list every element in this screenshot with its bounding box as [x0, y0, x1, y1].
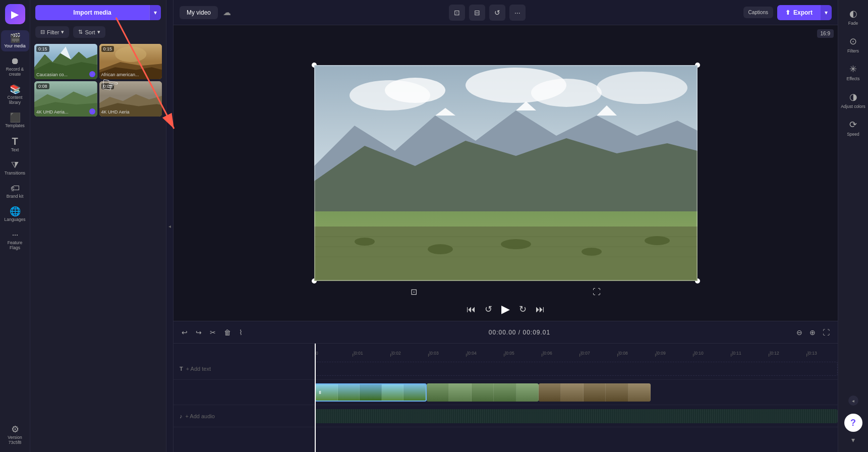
import-group: Import media ▾ — [35, 5, 161, 20]
tick-6: |0:06 — [542, 351, 580, 356]
sidebar-item-text[interactable]: T Text — [1, 133, 29, 155]
import-media-dropdown-button[interactable]: ▾ — [149, 5, 161, 20]
tick-10: |0:10 — [693, 351, 731, 356]
delete-button[interactable]: 🗑 — [222, 326, 233, 338]
cloud-icon: ☁ — [223, 8, 231, 17]
skip-to-end-button[interactable]: ⏭ — [536, 304, 545, 315]
skip-to-start-button[interactable]: ⏮ — [467, 304, 476, 315]
rotate-tool-button[interactable]: ↺ — [489, 5, 505, 21]
filter-dropdown-icon: ▾ — [61, 29, 64, 35]
media-panel: Import media ▾ ⊟ Filter ▾ ⇅ Sort ▾ — [30, 0, 166, 452]
svg-point-36 — [645, 236, 670, 245]
timeline-tracks: T + Add text ⏸ — [173, 358, 838, 452]
thumb-check-icon: ✓ — [89, 71, 95, 77]
svg-point-5 — [115, 46, 146, 62]
left-sidebar: ▶ 🎬 Your media ⏺ Record & create 📚 Conte… — [0, 0, 30, 452]
top-bar: My video ☁ ⊡ ⊟ ↺ ··· Captions ⬆ Export ▾ — [173, 0, 838, 25]
video-title-tab[interactable]: My video — [180, 6, 218, 19]
video-clip-1[interactable]: ⏸ — [315, 383, 427, 402]
brand-icon: 🏷 — [11, 184, 20, 193]
zoom-tool-button[interactable]: ⊟ — [469, 5, 485, 21]
fit-timeline-button[interactable]: ⛶ — [821, 326, 832, 338]
sidebar-item-languages[interactable]: 🌐 Languages — [1, 204, 29, 225]
sidebar-item-feature-flags[interactable]: ··· Feature Flags — [1, 227, 29, 253]
split-button[interactable]: ⌇ — [237, 326, 245, 338]
right-item-adjust-colors[interactable]: ◑ Adjust colors — [839, 87, 867, 113]
panel-collapse[interactable]: ◂ — [166, 0, 173, 452]
export-button[interactable]: ⬆ Export — [777, 5, 821, 20]
video-clip-2[interactable] — [427, 383, 539, 402]
right-item-fade[interactable]: ◐ Fade — [839, 4, 867, 30]
text-icon: T — [12, 136, 18, 146]
add-text-button[interactable]: + Add text — [186, 366, 211, 372]
audio-waveform — [315, 409, 838, 423]
library-icon: 📚 — [10, 85, 21, 94]
fullscreen-button[interactable]: ⛶ — [593, 288, 601, 297]
right-sidebar-collapse-button[interactable]: ◂ — [848, 396, 858, 406]
effects-icon: ✳ — [849, 64, 857, 75]
flags-icon: ··· — [12, 230, 18, 239]
sort-button[interactable]: ⇅ Sort ▾ — [73, 26, 105, 38]
sidebar-item-transitions[interactable]: ⧩ Transitions — [1, 157, 29, 179]
zoom-controls: ⊖ ⊕ ⛶ — [794, 326, 832, 338]
clip-thumb-1d — [382, 384, 404, 401]
fast-forward-button[interactable]: ↻ — [519, 304, 527, 315]
sidebar-item-version: ⚙ Version 73c5f8 — [1, 422, 29, 448]
clip-thumb-3e — [628, 383, 651, 402]
crop-tool-button[interactable]: ⊡ — [449, 5, 465, 21]
right-sidebar-chevron-down[interactable]: ▾ — [851, 436, 855, 444]
media-thumb-4kuhd2[interactable]: 0:07 4K UHD Aeria — [99, 81, 162, 117]
clip-thumb-2e — [516, 383, 539, 402]
text-track-icon: T — [180, 366, 183, 372]
media-thumb-caucasian[interactable]: 0:15 Caucasian co... ✓ — [34, 44, 97, 79]
svg-point-20 — [531, 79, 602, 107]
right-item-effects[interactable]: ✳ Effects — [839, 60, 867, 85]
add-audio-button[interactable]: + Add audio — [186, 413, 215, 419]
undo-button[interactable]: ↩ — [180, 326, 190, 338]
import-media-button[interactable]: Import media — [35, 5, 149, 20]
clip-thumb-1b — [338, 384, 360, 401]
timeline-toolbar: ↩ ↪ ✂ 🗑 ⌇ 00:00.00 / 00:09.01 ⊖ ⊕ ⛶ — [173, 321, 838, 344]
zoom-in-button[interactable]: ⊕ — [807, 326, 818, 338]
sidebar-item-content-library[interactable]: 📚 Content library — [1, 82, 29, 108]
sidebar-item-record-create[interactable]: ⏺ Record & create — [1, 53, 29, 80]
cut-button[interactable]: ✂ — [208, 326, 218, 338]
rewind-button[interactable]: ↺ — [485, 304, 492, 315]
timeline-timecode: 00:00.00 / 00:09.01 — [249, 329, 790, 336]
tick-13: |0:13 — [806, 351, 838, 356]
clip-thumb-3b — [561, 383, 583, 402]
play-button[interactable]: ▶ — [501, 303, 510, 316]
timeline-playhead — [315, 344, 316, 358]
right-item-filters[interactable]: ⊙ Filters — [839, 32, 867, 58]
export-dropdown-button[interactable]: ▾ — [821, 5, 832, 20]
video-track-row: ⏸ — [173, 380, 838, 405]
help-button[interactable]: ? — [844, 414, 862, 432]
captions-button[interactable]: Captions — [743, 7, 773, 18]
sidebar-item-templates[interactable]: ⬛ Templates — [1, 110, 29, 131]
transitions-icon: ⧩ — [11, 160, 19, 170]
video-title-area: My video ☁ — [180, 6, 231, 19]
adjust-colors-icon: ◑ — [849, 91, 857, 102]
crop-preview-button[interactable]: ⊡ — [411, 287, 417, 297]
version-icon: ⚙ — [11, 425, 19, 434]
tick-0: 0 — [315, 351, 353, 356]
sort-dropdown-icon: ▾ — [97, 29, 100, 35]
audio-track-content — [315, 405, 838, 427]
redo-button[interactable]: ↪ — [194, 326, 204, 338]
zoom-out-button[interactable]: ⊖ — [794, 326, 804, 338]
sidebar-item-your-media[interactable]: 🎬 Your media — [1, 30, 29, 51]
tick-7: |0:07 — [580, 351, 617, 356]
record-icon: ⏺ — [11, 56, 20, 66]
media-thumb-african[interactable]: 0:15 African american... — [99, 44, 162, 79]
collapse-panel-button[interactable]: ◂ — [168, 223, 171, 229]
media-thumb-4kuhd1[interactable]: 0:08 4K UHD Aeria... ✓ — [34, 81, 97, 117]
clip-thumb-1e — [403, 384, 426, 401]
video-clip-3[interactable] — [539, 383, 651, 402]
filter-sort-row: ⊟ Filter ▾ ⇅ Sort ▾ — [30, 24, 166, 42]
filter-button[interactable]: ⊟ Filter ▾ — [35, 26, 69, 38]
sidebar-item-brand-kit[interactable]: 🏷 Brand kit — [1, 181, 29, 202]
right-item-speed[interactable]: ⟳ Speed — [839, 115, 867, 141]
main-area: My video ☁ ⊡ ⊟ ↺ ··· Captions ⬆ Export ▾… — [173, 0, 838, 452]
more-tools-button[interactable]: ··· — [509, 5, 526, 21]
export-group: ⬆ Export ▾ — [777, 5, 832, 20]
